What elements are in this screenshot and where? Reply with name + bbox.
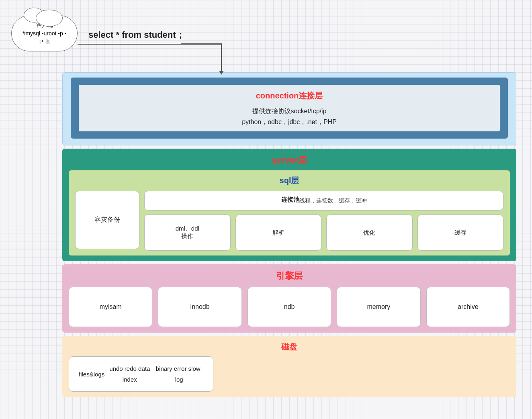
main-diagram-wrapper: connection连接层 提供连接协议socket/tcp/ip python…: [62, 72, 516, 408]
connection-layer-inner: connection连接层 提供连接协议socket/tcp/ip python…: [71, 78, 508, 139]
connection-layer-line2: python，odbc，jdbc，.net，PHP: [87, 117, 492, 127]
connection-layer: connection连接层 提供连接协议socket/tcp/ip python…: [62, 72, 516, 145]
server-layer-title: server层: [69, 154, 510, 166]
cloud-line3: P -h: [39, 38, 49, 46]
cloud-line2: #mysql -uroot -p -: [23, 29, 67, 38]
optimize-box: 优化: [326, 215, 413, 251]
sql-left-panel: 容灾备份: [75, 191, 139, 251]
disk-content-box: files&logs undo redo data index binary e…: [69, 356, 213, 392]
connection-pool-title: 连接池: [281, 196, 299, 204]
memory-box: memory: [337, 287, 420, 327]
connection-pool-sub: 线程，连接数，缓存，缓冲: [299, 197, 367, 204]
sql-query-text: select * from student；: [88, 29, 185, 41]
disk-layer-title: 磁盘: [69, 341, 510, 352]
sql-layer: sql层 容灾备份 连接池 线程，连接数，缓存，缓冲: [69, 170, 510, 255]
connection-layer-line1: 提供连接协议socket/tcp/ip: [87, 106, 492, 117]
connection-layer-title: connection连接层: [87, 89, 492, 102]
dml-ddl-box: dml、ddl 操作: [144, 215, 231, 251]
engine-boxes-row: myisam innodb ndb memory archive: [69, 287, 510, 327]
sql-layer-content: 容灾备份 连接池 线程，连接数，缓存，缓冲 dml、ddl 操作 解析: [75, 191, 503, 251]
connection-layer-content: connection连接层 提供连接协议socket/tcp/ip python…: [79, 85, 500, 131]
disk-line2: undo redo data index: [104, 363, 155, 385]
disk-layer: 磁盘 files&logs undo redo data index binar…: [62, 336, 516, 397]
parse-box: 解析: [235, 215, 322, 251]
diagram-container: 客户端 #mysql -uroot -p - P -h select * fro…: [0, 0, 532, 419]
disk-line1: files&logs: [79, 369, 104, 380]
disk-line3: binary error slow-log: [155, 363, 203, 385]
innodb-box: innodb: [158, 287, 241, 327]
cloud-line1: 客户端: [36, 21, 53, 29]
engine-layer-title: 引擎层: [69, 270, 510, 282]
client-cloud: 客户端 #mysql -uroot -p - P -h: [11, 15, 78, 51]
connection-pool-box: 连接池 线程，连接数，缓存，缓冲: [144, 191, 503, 211]
cache-box: 缓存: [417, 215, 504, 251]
sql-layer-title: sql层: [75, 175, 503, 186]
arrow-down-line: [221, 43, 222, 72]
engine-layer: 引擎层 myisam innodb ndb memory archive: [62, 264, 516, 333]
sql-right-panel: 连接池 线程，连接数，缓存，缓冲 dml、ddl 操作 解析 优化 缓存: [144, 191, 503, 251]
disaster-recovery-box: 容灾备份: [75, 191, 139, 249]
myisam-box: myisam: [69, 287, 152, 327]
sql-bottom-row: dml、ddl 操作 解析 优化 缓存: [144, 215, 503, 251]
ndb-box: ndb: [248, 287, 331, 327]
server-layer: server层 sql层 容灾备份 连接池 线程，连接数，缓存，缓冲: [62, 149, 516, 261]
archive-box: archive: [426, 287, 510, 327]
